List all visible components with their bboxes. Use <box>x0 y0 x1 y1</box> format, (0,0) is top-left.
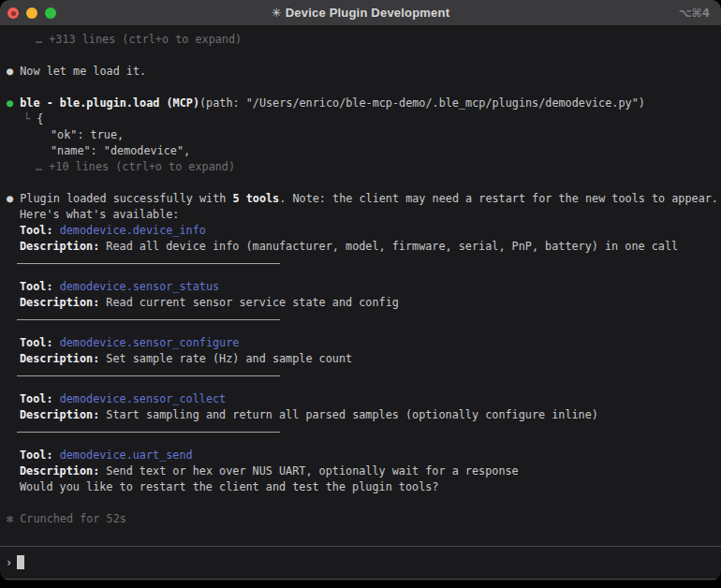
text-segment: Now let me load it. <box>20 65 146 78</box>
text-segment: Would you like to restart the client and… <box>20 480 438 493</box>
tool-name: demodevice.sensor_collect <box>60 392 227 405</box>
window-title: ✳ Device Plugin Development <box>0 6 721 20</box>
tool-name: demodevice.device_info <box>60 224 206 237</box>
terminal-line: └ { <box>0 111 721 127</box>
divider-line <box>17 263 280 264</box>
terminal-line: ● Plugin loaded successfully with 5 tool… <box>0 191 721 207</box>
tool-name: demodevice.uart_send <box>60 448 193 462</box>
terminal-line: Description: Read all device info (manuf… <box>0 239 721 255</box>
tool-call-title: ble - ble.plugin.load (MCP) <box>20 96 199 110</box>
terminal-line: Description: Set sample rate (Hz) and sa… <box>0 351 721 367</box>
terminal-content: … +313 lines (ctrl+o to expand)● Now let… <box>0 26 721 581</box>
text-segment: Set sample rate (Hz) and sample count <box>106 352 352 365</box>
section-divider <box>0 432 721 448</box>
tool-name: demodevice.sensor_configure <box>60 336 240 349</box>
text-segment: Description: <box>20 296 106 309</box>
result-elbow: └ <box>23 112 37 125</box>
text-segment: Plugin loaded successfully with <box>20 192 232 205</box>
minimize-button[interactable] <box>26 7 37 19</box>
text-segment: Tool: <box>20 280 60 293</box>
tool-call-bullet: ● <box>7 96 20 110</box>
window-shortcut-badge: ⌥⌘4 <box>679 7 710 20</box>
text-segment: { <box>37 112 43 125</box>
terminal-line: Tool: demodevice.sensor_collect <box>0 391 721 407</box>
text-cursor <box>17 555 24 569</box>
text-segment: Read all device info (manufacturer, mode… <box>106 240 678 253</box>
expand-hint: … +313 lines (ctrl+o to expand) <box>36 33 242 46</box>
status-bar: ▶▶ accept edits on (shift+tab to cycle) <box>0 580 721 581</box>
terminal-line: "name": "demodevice", <box>0 143 721 159</box>
zoom-button[interactable] <box>45 7 56 19</box>
divider-line <box>17 432 280 433</box>
traffic-lights <box>7 7 56 19</box>
text-segment: Tool: <box>20 224 60 237</box>
message-bullet: ● <box>7 192 20 205</box>
text-segment: Description: <box>20 408 106 421</box>
terminal-line: Description: Read current sensor service… <box>0 295 721 311</box>
text-segment: "ok": true, <box>51 128 124 141</box>
text-segment: Here's what's available: <box>20 208 179 221</box>
text-segment: Tool: <box>20 336 60 349</box>
text-segment: Description: <box>20 464 106 478</box>
message-bullet: ● <box>7 65 20 78</box>
tool-call-args: (path: "/Users/enrico/ble-mcp-demo/.ble_… <box>199 96 645 110</box>
section-divider <box>0 263 721 279</box>
terminal-line: Tool: demodevice.sensor_status <box>0 279 721 295</box>
terminal-line: ● ble - ble.plugin.load (MCP)(path: "/Us… <box>0 96 721 111</box>
terminal-line: Description: Start sampling and return a… <box>0 407 721 423</box>
prompt-char: › <box>6 556 12 569</box>
terminal-output: … +313 lines (ctrl+o to expand)● Now let… <box>0 32 721 527</box>
section-divider <box>0 375 721 391</box>
terminal-line: … +313 lines (ctrl+o to expand) <box>0 32 721 48</box>
text-segment: Start sampling and return all parsed sam… <box>106 408 598 421</box>
terminal-line: Tool: demodevice.device_info <box>0 223 721 239</box>
text-segment: 5 tools <box>233 192 280 205</box>
expand-hint: … +10 lines (ctrl+o to expand) <box>36 160 235 173</box>
terminal-window: ✳ Device Plugin Development ⌥⌘4 … +313 l… <box>0 0 721 581</box>
section-divider <box>0 319 721 335</box>
text-segment: Description: <box>20 240 106 253</box>
terminal-line: Here's what's available: <box>0 207 721 223</box>
divider-line <box>17 375 280 376</box>
titlebar[interactable]: ✳ Device Plugin Development ⌥⌘4 <box>0 0 721 26</box>
terminal-line: ✻ Crunched for 52s <box>0 511 721 527</box>
text-segment: . Note: the client may need a restart fo… <box>279 192 718 205</box>
text-segment: Read current sensor service state and co… <box>106 296 399 309</box>
prompt-row[interactable]: › <box>6 555 721 571</box>
text-segment: Send text or hex over NUS UART, optional… <box>106 464 518 478</box>
terminal-line: Description: Send text or hex over NUS U… <box>0 463 721 479</box>
divider-line <box>17 319 280 320</box>
timing-status: Crunched for 52s <box>20 512 126 525</box>
text-segment: Tool: <box>20 448 60 462</box>
terminal-line: … +10 lines (ctrl+o to expand) <box>0 159 721 175</box>
text-segment: "name": "demodevice", <box>51 144 190 157</box>
text-segment: Tool: <box>20 392 60 405</box>
prompt-input-box[interactable]: › <box>0 546 721 580</box>
terminal-line: ● Now let me load it. <box>0 64 721 80</box>
spinner-icon: ✻ <box>7 512 20 525</box>
tool-name: demodevice.sensor_status <box>60 280 219 293</box>
text-segment: Description: <box>20 352 106 365</box>
terminal-line: "ok": true, <box>0 127 721 143</box>
close-button[interactable] <box>7 7 19 19</box>
terminal-line: Tool: demodevice.uart_send <box>0 448 721 463</box>
terminal-line: Tool: demodevice.sensor_configure <box>0 335 721 351</box>
terminal-line: Would you like to restart the client and… <box>0 479 721 495</box>
